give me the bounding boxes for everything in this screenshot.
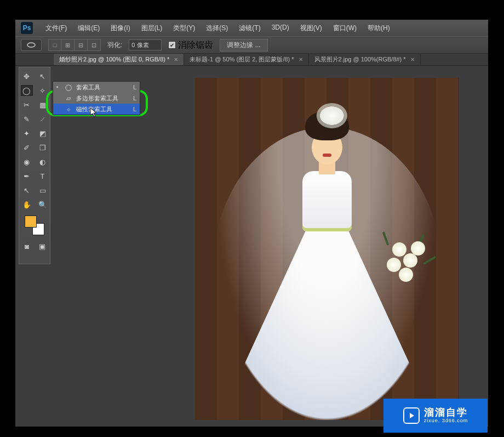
check-icon: ✔ (168, 41, 176, 49)
path-select-tool[interactable]: ↖ (21, 185, 33, 196)
flyout-polygon-lasso[interactable]: ▱ 多边形套索工具 L (53, 93, 140, 104)
clone-stamp-tool[interactable]: ❒ (37, 142, 49, 153)
quickmask-toggle[interactable]: ◙ (21, 241, 33, 252)
type-tool[interactable]: T (37, 171, 49, 181)
menu-select[interactable]: 选择(S) (201, 21, 233, 35)
menu-edit[interactable]: 编辑(E) (73, 21, 105, 35)
hand-tool[interactable]: ✋ (21, 199, 33, 210)
menu-type[interactable]: 类型(Y) (168, 21, 200, 35)
doc-tab-3[interactable]: 风景图片2.jpg @ 100%(RGB/8#) * ✕ (309, 54, 421, 65)
play-icon (403, 407, 420, 424)
close-icon[interactable]: ✕ (410, 56, 415, 63)
flyout-label: 多边形套索工具 (76, 94, 118, 103)
shortcut-label: L (133, 106, 136, 112)
selection-intersect[interactable]: ⊡ (88, 39, 101, 51)
flyout-magnetic-lasso[interactable]: ⟐ 磁性套索工具 L (53, 104, 140, 115)
app-window: Ps 文件(F) 编辑(E) 图像(I) 图层(L) 类型(Y) 选择(S) 滤… (15, 20, 488, 427)
feather-input[interactable] (129, 39, 162, 50)
menu-image[interactable]: 图像(I) (106, 21, 135, 35)
screenmode-toggle[interactable]: ▣ (36, 241, 48, 252)
feather-label: 羽化: (107, 41, 122, 50)
doc-tab-label: 婚纱照片2.jpg @ 100% (图层 0, RGB/8) * (59, 55, 169, 64)
foreground-swatch[interactable] (25, 215, 37, 228)
magic-wand-tool[interactable]: ✧ (37, 85, 49, 96)
selection-new[interactable]: □ (48, 39, 61, 51)
pen-tool[interactable]: ✒ (21, 171, 33, 181)
magnetic-lasso-icon: ⟐ (64, 106, 73, 112)
app-logo: Ps (21, 22, 33, 34)
menu-help[interactable]: 帮助(H) (363, 21, 395, 35)
menubar: 文件(F) 编辑(E) 图像(I) 图层(L) 类型(Y) 选择(S) 滤镜(T… (41, 21, 395, 35)
dodge-tool[interactable]: ◐ (37, 156, 49, 167)
slice-tool[interactable]: ▦ (37, 99, 49, 110)
canvas-image (195, 78, 459, 420)
menu-view[interactable]: 视图(V) (295, 21, 327, 35)
doc-tab-2[interactable]: 未标题-1 @ 50% (图层 2, 图层蒙版/8) * ✕ (184, 54, 308, 65)
antialias-label: 消除锯齿 (178, 39, 213, 51)
watermark: 溜溜自学 zixue. 3d66.com (383, 399, 488, 433)
lasso-tool[interactable]: ◯ (21, 85, 33, 96)
menu-window[interactable]: 窗口(W) (328, 21, 362, 35)
menu-filter[interactable]: 滤镜(T) (234, 21, 265, 35)
flyout-label: 套索工具 (76, 83, 100, 92)
shape-tool[interactable]: ▭ (37, 185, 49, 196)
lasso-flyout-menu: • ◯ 套索工具 L ▱ 多边形套索工具 L ⟐ 磁性套索工具 L (53, 81, 140, 115)
document-tabbar: 婚纱照片2.jpg @ 100% (图层 0, RGB/8) * ✕ 未标题-1… (15, 54, 488, 66)
toolbox: ✥ ↖ ◯ ✧ ✂ ▦ ✎ ⟋ ✦ ◩ ✐ ❒ ◉ ◐ ✒ T ↖ ▭ ✋ 🔍 (19, 67, 50, 264)
zoom-tool[interactable]: 🔍 (37, 199, 49, 210)
artboard-tool[interactable]: ↖ (37, 71, 49, 82)
ruler-tool[interactable]: ⟋ (37, 113, 49, 124)
selection-mode-group: □ ⊞ ⊟ ⊡ (48, 39, 101, 51)
doc-tab-label: 风景图片2.jpg @ 100%(RGB/8#) * (314, 55, 406, 64)
svg-point-0 (27, 43, 35, 47)
patch-tool[interactable]: ◩ (37, 128, 49, 139)
refine-edge-button[interactable]: 调整边缘 ... (220, 39, 267, 52)
brush-tool[interactable]: ✐ (21, 142, 33, 153)
blur-tool[interactable]: ◉ (21, 156, 33, 167)
flyout-label: 磁性套索工具 (76, 105, 112, 113)
workarea: ✥ ↖ ◯ ✧ ✂ ▦ ✎ ⟋ ✦ ◩ ✐ ❒ ◉ ◐ ✒ T ↖ ▭ ✋ 🔍 (15, 66, 488, 427)
watermark-title: 溜溜自学 (424, 407, 468, 418)
eyedropper-tool[interactable]: ✎ (21, 113, 33, 124)
shortcut-label: L (133, 84, 136, 90)
doc-tab-1[interactable]: 婚纱照片2.jpg @ 100% (图层 0, RGB/8) * ✕ (54, 54, 184, 65)
doc-tab-label: 未标题-1 @ 50% (图层 2, 图层蒙版/8) * (190, 55, 294, 64)
lasso-icon: ◯ (64, 84, 73, 91)
selection-add[interactable]: ⊞ (61, 39, 75, 51)
close-icon[interactable]: ✕ (174, 56, 178, 63)
flyout-lasso[interactable]: • ◯ 套索工具 L (53, 82, 140, 93)
crop-tool[interactable]: ✂ (21, 99, 33, 110)
polygon-lasso-icon: ▱ (64, 95, 73, 102)
active-dot-icon: • (56, 84, 61, 90)
watermark-url: zixue. 3d66.com (424, 418, 468, 424)
menu-file[interactable]: 文件(F) (41, 21, 72, 35)
active-tool-icon[interactable] (21, 39, 42, 51)
close-icon[interactable]: ✕ (299, 56, 303, 63)
titlebar: Ps 文件(F) 编辑(E) 图像(I) 图层(L) 类型(Y) 选择(S) 滤… (15, 20, 488, 36)
shortcut-label: L (133, 95, 136, 101)
options-bar: □ ⊞ ⊟ ⊡ 羽化: ✔ 消除锯齿 调整边缘 ... (15, 36, 488, 54)
antialias-checkbox[interactable]: ✔ 消除锯齿 (168, 39, 213, 51)
healing-brush-tool[interactable]: ✦ (21, 128, 33, 139)
document-canvas[interactable] (195, 78, 459, 420)
selection-subtract[interactable]: ⊟ (75, 39, 88, 51)
menu-layer[interactable]: 图层(L) (136, 21, 168, 35)
menu-3d[interactable]: 3D(D) (267, 21, 294, 35)
color-swatches[interactable] (25, 215, 44, 235)
move-tool[interactable]: ✥ (21, 71, 33, 82)
